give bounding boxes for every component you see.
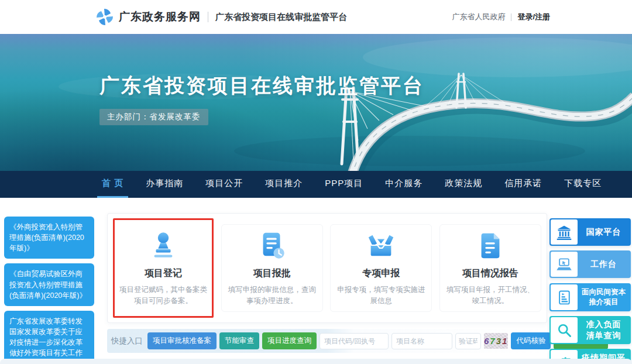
approval-record-button[interactable]: 项目审批核准备案 [147,332,217,349]
captcha-image[interactable]: 6731 [484,333,508,349]
captcha-digit: 7 [490,336,496,346]
icon-box [551,219,578,245]
side-link-label: 国家平台 [578,219,630,245]
card-project-approval[interactable]: 项目报批 填写申报的审批信息，查询事项办理进度。 [221,224,323,312]
next-section-edge [0,359,632,364]
nav-item-home[interactable]: 首 页 [97,171,128,198]
side-link-label: 准入负面 清单查询 [578,317,630,343]
nav-item-project-promotion[interactable]: 项目推介 [260,171,307,198]
notice-link[interactable]: 广东省发展改革委转发国家发展改革委关于应对疫情进一步深化改革做好外资项目有关工作… [4,311,94,364]
card-desc: 申报专项，填写专项实施进展信息 [336,284,425,307]
brand-area: 广东政务服务网 广东省投资项目在线审批监管平台 [95,0,347,34]
services-panel: 项目登记 项目登记赋码，其中备案类项目可同步备案。 项目报批 填写申报的审批信息… [107,213,547,323]
icon-box [551,252,578,277]
side-link-negative-list-query[interactable]: 准入负面 清单查询 [549,316,631,344]
doc-clock-icon [256,230,288,262]
search-icon [556,322,572,338]
bank-icon [556,224,572,241]
card-special-declaration[interactable]: 专项申报 申报专项，填写专项实施进展信息 [330,224,432,312]
card-project-register[interactable]: 项目登记 项目登记赋码，其中备案类项目可同步备案。 [113,218,214,318]
header-links: 广东省人民政府 登录/注册 [452,0,550,34]
stamp-icon [147,230,179,262]
site-title: 广东省投资项目在线审批监管平台 [215,12,347,23]
dept-badge: 主办部门：省发展改革委 [99,109,208,125]
nav-item-intermediary[interactable]: 中介服务 [380,171,427,198]
code-verify-button[interactable]: 代码核验 [511,332,551,349]
bridge-photo [0,34,632,171]
hero-banner: 广东省投资项目在线审批监管平台 主办部门：省发展改革委 [0,34,632,171]
gov-portal-link[interactable]: 广东省人民政府 [452,12,505,22]
side-link-label: 面向民间资本 推介项目 [578,284,630,310]
hero-title: 广东省投资项目在线审批监管平台 [99,73,424,99]
side-link-workbench[interactable]: 工作台 [549,250,631,278]
report-chart-icon [556,289,572,305]
project-code-input[interactable] [320,333,389,349]
side-link-private-capital-projects[interactable]: 面向民间资本 推介项目 [549,283,631,311]
inbox-download-icon [365,230,397,262]
nav-item-guide[interactable]: 办事指南 [141,171,188,198]
notice-link[interactable]: 《自由贸易试验区外商投资准入特别管理措施(负面清单)(2020年版)》 [4,263,94,305]
top-header: 广东政务服务网 广东省投资项目在线审批监管平台 广东省人民政府 登录/注册 [0,0,632,34]
gdzwfw-logo-icon [95,8,114,26]
header-divider [208,12,208,22]
nav-item-project-public[interactable]: 项目公开 [201,171,248,198]
side-link-label: 工作台 [578,252,630,277]
card-desc: 填写申报的审批信息，查询事项办理进度。 [228,284,317,307]
captcha-digit: 1 [502,336,508,346]
card-title: 项目情况报告 [462,267,518,280]
card-desc: 项目登记赋码，其中备案类项目可同步备案。 [119,284,208,307]
side-link-list: 国家平台 工作台 面向民间资 [549,218,631,364]
login-register-link[interactable]: 登录/注册 [517,12,550,22]
header-divider-2 [511,13,511,21]
card-project-status-report[interactable]: 项目情况报告 填写项目年报，开工情况、竣工情况。 [439,224,541,312]
quick-entry-label: 快捷入口 [111,336,143,346]
notice-list: 《外商投资准入特别管理措施(负面清单)(2020年版)》 《自由贸易试验区外商投… [4,217,94,364]
side-link-national-platform[interactable]: 国家平台 [549,218,631,246]
main-nav: 首 页 办事指南 项目公开 项目推介 PPP项目 中介服务 政策法规 信用承诺 … [0,171,632,198]
captcha-input[interactable] [455,333,481,349]
captcha-digit: 6 [484,336,490,346]
project-progress-button[interactable]: 项目进度查询 [262,332,317,349]
nav-item-ppp[interactable]: PPP项目 [320,171,367,198]
card-title: 项目登记 [145,267,182,280]
nav-item-download[interactable]: 下载专区 [559,171,606,198]
laptop-icon [556,256,572,273]
brand-name: 广东政务服务网 [119,9,201,25]
page: 广东政务服务网 广东省投资项目在线审批监管平台 广东省人民政府 登录/注册 [0,0,632,364]
card-title: 专项申报 [362,267,400,280]
icon-box [551,317,578,343]
energy-review-button[interactable]: 节能审查 [219,332,259,349]
quick-entry-bar: 快捷入口 项目审批核准备案 节能审查 项目进度查询 6731 代码核验 赋码进度… [107,329,547,353]
card-desc: 填写项目年报，开工情况、竣工情况。 [446,284,535,307]
notice-link[interactable]: 《外商投资准入特别管理措施(负面清单)(2020年版)》 [4,217,94,259]
doc-edit-icon [475,230,506,262]
project-name-input[interactable] [391,333,452,349]
nav-item-policy[interactable]: 政策法规 [440,171,487,198]
nav-item-credit[interactable]: 信用承诺 [500,171,547,198]
card-title: 项目报批 [253,267,291,280]
icon-box [551,284,578,310]
captcha-digit: 3 [496,336,502,346]
